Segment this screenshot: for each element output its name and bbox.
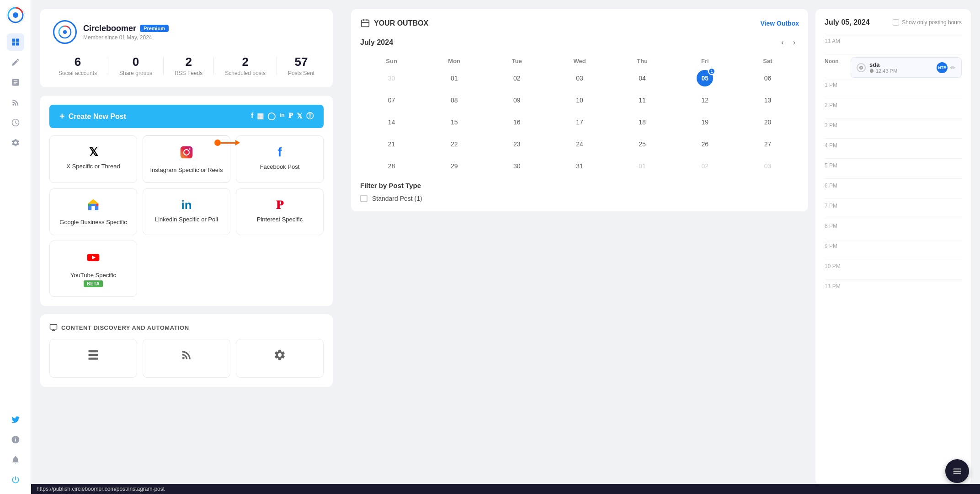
status-bar: https://publish.circleboomer.com/post/in…	[31, 484, 980, 494]
sidebar-item-info[interactable]	[7, 431, 24, 448]
event-sda[interactable]: sda 12:43 PM NTE ✏	[851, 57, 962, 78]
cal-day-19[interactable]: 19	[674, 111, 736, 133]
cal-day-20[interactable]: 20	[736, 111, 799, 133]
cal-day-01-next[interactable]: 01	[611, 155, 674, 177]
cal-day-23[interactable]: 23	[485, 133, 548, 155]
cal-day-28[interactable]: 28	[360, 155, 423, 177]
cal-day-21[interactable]: 21	[360, 133, 423, 155]
cal-day-16[interactable]: 16	[485, 111, 548, 133]
svg-rect-9	[181, 146, 193, 159]
create-new-post-button[interactable]: + Create New Post f ▦ ◯ in 𝐏 𝕏 Ⓣ	[49, 105, 324, 128]
stat-share-groups-number: 0	[119, 55, 152, 69]
stat-scheduled-posts: 2 Scheduled posts	[225, 55, 266, 76]
cal-day-30[interactable]: 30	[485, 155, 548, 177]
post-type-x-specific[interactable]: 𝕏 X Specific or Thread	[49, 135, 137, 183]
cal-day-14[interactable]: 14	[360, 111, 423, 133]
outbox-title: YOUR OUTBOX	[360, 18, 428, 28]
sidebar-item-schedule[interactable]	[7, 114, 24, 131]
calendar-prev-button[interactable]: ‹	[778, 37, 787, 48]
cal-day-12[interactable]: 12	[674, 89, 736, 111]
cal-day-03[interactable]: 03	[548, 67, 611, 89]
sidebar-item-posts[interactable]	[7, 74, 24, 91]
cal-day-22[interactable]: 22	[423, 133, 485, 155]
time-slot-10pm: 10 PM	[825, 259, 962, 279]
premium-badge: Premium	[140, 25, 169, 32]
cal-day-10[interactable]: 10	[548, 89, 611, 111]
profile-card: Circleboomer Premium Member since 01 May…	[40, 9, 333, 87]
svg-marker-14	[88, 199, 99, 204]
outbox-section: YOUR OUTBOX View Outbox July 2024 ‹ ›	[351, 9, 808, 485]
cal-day-08[interactable]: 08	[423, 89, 485, 111]
standard-post-checkbox[interactable]	[360, 195, 368, 202]
cal-day-01[interactable]: 01	[423, 67, 485, 89]
cal-day-09[interactable]: 09	[485, 89, 548, 111]
sidebar-item-compose[interactable]	[7, 54, 24, 71]
stat-divider-2	[163, 57, 164, 75]
event-info: sda 12:43 PM	[857, 61, 897, 74]
cal-day-07[interactable]: 07	[360, 89, 423, 111]
right-panel: YOUR OUTBOX View Outbox July 2024 ‹ ›	[342, 0, 980, 494]
sidebar-item-notifications[interactable]	[7, 451, 24, 468]
cal-day-03-next[interactable]: 03	[736, 155, 799, 177]
cal-day-02[interactable]: 02	[485, 67, 548, 89]
cal-day-29[interactable]: 29	[423, 155, 485, 177]
time-label-9pm: 9 PM	[825, 242, 845, 249]
stat-scheduled-posts-number: 2	[225, 55, 266, 69]
cal-header-sun: Sun	[360, 55, 423, 67]
calendar-table: Sun Mon Tue Wed Thu Fri Sat 30	[360, 55, 799, 177]
sidebar-item-dashboard[interactable]	[7, 33, 24, 51]
sidebar-item-settings[interactable]	[7, 134, 24, 151]
cal-day-04[interactable]: 04	[611, 67, 674, 89]
post-type-linkedin[interactable]: in Linkedin Specific or Poll	[143, 188, 230, 235]
post-type-google-business[interactable]: Google Business Specific	[49, 188, 137, 235]
facebook-icon: f	[242, 145, 318, 160]
filter-standard-post[interactable]: Standard Post (1)	[360, 195, 799, 202]
automation-settings-card[interactable]	[236, 339, 324, 378]
svg-point-11	[189, 148, 191, 150]
timeline-slots: 11 AM Noon sda	[825, 34, 962, 299]
cal-header-thu: Thu	[611, 55, 674, 67]
instagram-arrow-indicator	[214, 140, 240, 146]
sidebar-item-power[interactable]	[7, 471, 24, 489]
cal-day-30-prev[interactable]: 30	[360, 67, 423, 89]
stat-share-groups-label: Share groups	[119, 70, 152, 76]
view-outbox-link[interactable]: View Outbox	[760, 20, 799, 27]
post-type-instagram[interactable]: Instagram Specific or Reels	[143, 135, 230, 183]
rss-automation-card[interactable]	[143, 339, 230, 378]
timeline-date-header: July 05, 2024 Show only posting hours	[825, 18, 962, 27]
stat-share-groups: 0 Share groups	[119, 55, 152, 76]
cal-day-18[interactable]: 18	[611, 111, 674, 133]
show-hours-checkbox[interactable]	[893, 19, 899, 26]
cal-day-11[interactable]: 11	[611, 89, 674, 111]
content-discovery-title: CONTENT DISCOVERY AND AUTOMATION	[49, 323, 324, 332]
svg-point-8	[63, 30, 67, 34]
cal-day-13[interactable]: 13	[736, 89, 799, 111]
sidebar-item-rss[interactable]	[7, 94, 24, 111]
sidebar-item-twitter[interactable]	[7, 411, 24, 428]
cal-day-02-next[interactable]: 02	[674, 155, 736, 177]
cal-day-05-today[interactable]: 05 1	[674, 67, 736, 89]
event-edit-button[interactable]: ✏	[950, 64, 956, 71]
calendar-next-button[interactable]: ›	[789, 37, 799, 48]
post-type-pinterest[interactable]: 𝐏 Pinterest Specific	[236, 188, 324, 235]
cal-header-wed: Wed	[548, 55, 611, 67]
cal-day-31[interactable]: 31	[548, 155, 611, 177]
content-curation-card[interactable]	[49, 339, 137, 378]
app-logo[interactable]	[6, 5, 25, 26]
time-label-11pm: 11 PM	[825, 282, 845, 290]
cal-day-17[interactable]: 17	[548, 111, 611, 133]
youtube-beta-badge: BETA	[84, 280, 103, 287]
cal-day-26[interactable]: 26	[674, 133, 736, 155]
post-type-facebook[interactable]: f Facebook Post	[236, 135, 324, 183]
time-slot-2pm: 2 PM	[825, 98, 962, 118]
cal-day-27[interactable]: 27	[736, 133, 799, 155]
cal-day-06[interactable]: 06	[736, 67, 799, 89]
cal-day-15[interactable]: 15	[423, 111, 485, 133]
post-type-youtube[interactable]: YouTube Specific BETA	[49, 241, 137, 297]
instagram-icon	[149, 145, 224, 163]
cal-day-25[interactable]: 25	[611, 133, 674, 155]
time-slot-7pm: 7 PM	[825, 199, 962, 219]
cal-day-24[interactable]: 24	[548, 133, 611, 155]
fab-menu-button[interactable]	[945, 459, 969, 483]
cal-header-fri: Fri	[674, 55, 736, 67]
